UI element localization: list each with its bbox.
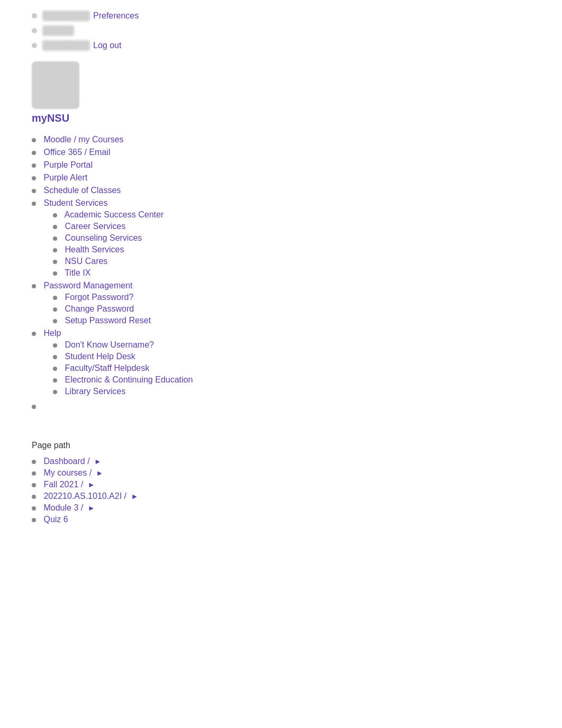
bullet-icon: [53, 367, 57, 371]
electronic-continuing-education-link[interactable]: Electronic & Continuing Education: [65, 375, 193, 384]
arrow-icon: ►: [131, 492, 138, 501]
bullet-icon: [53, 260, 57, 264]
change-password-link[interactable]: Change Password: [65, 304, 134, 313]
library-services-link[interactable]: Library Services: [65, 387, 125, 396]
sub-item-student-help-desk[interactable]: Student Help Desk: [53, 352, 530, 361]
blurred-block: [42, 25, 74, 36]
sub-item-health-services[interactable]: Health Services: [53, 245, 530, 254]
office365-link[interactable]: Office 365 / Email: [43, 148, 110, 157]
nav-item-purple-alert[interactable]: Purple Alert: [32, 173, 530, 183]
moodle-link[interactable]: Moodle / my Courses: [43, 135, 123, 144]
bullet-icon: [32, 13, 37, 19]
bullet-icon: [53, 355, 57, 359]
preferences-link[interactable]: Preferences: [93, 11, 139, 21]
bullet-icon: [32, 28, 37, 33]
purple-portal-link[interactable]: Purple Portal: [43, 160, 93, 169]
top-menu-item-spacer: [32, 25, 530, 36]
forgot-password-link[interactable]: Forgot Password?: [65, 293, 133, 302]
bullet-icon: [32, 176, 36, 180]
bullet-icon: [32, 163, 36, 168]
bullet-icon: [32, 460, 36, 464]
sub-item-faculty-staff-helpdesk[interactable]: Faculty/Staff Helpdesk: [53, 363, 530, 373]
breadcrumb-item-module3[interactable]: Module 3 / ►: [32, 503, 530, 513]
blurred-avatar2: [42, 40, 90, 51]
sub-item-forgot-password[interactable]: Forgot Password?: [53, 293, 530, 302]
bullet-icon: [53, 319, 57, 323]
schedule-of-classes-link[interactable]: Schedule of Classes: [43, 186, 121, 195]
sub-item-title-ix[interactable]: Title IX: [53, 268, 530, 278]
sub-item-counseling-services[interactable]: Counseling Services: [53, 233, 530, 243]
faculty-staff-helpdesk-link[interactable]: Faculty/Staff Helpdesk: [65, 363, 149, 372]
sub-item-academic-success[interactable]: Academic Success Center: [53, 210, 530, 220]
mynsu-title-link[interactable]: myNSU: [32, 112, 530, 124]
sub-item-change-password[interactable]: Change Password: [53, 304, 530, 314]
sub-item-setup-password-reset[interactable]: Setup Password Reset: [53, 316, 530, 325]
bullet-icon: [53, 225, 57, 229]
help-link[interactable]: Help: [43, 329, 61, 338]
my-courses-link[interactable]: My courses / ►: [43, 468, 103, 477]
password-management-link[interactable]: Password Management: [43, 281, 132, 290]
bullet-icon: [32, 284, 36, 288]
top-menu: Preferences Log out: [32, 11, 530, 51]
bullet-icon: [53, 296, 57, 300]
bullet-icon: [53, 248, 57, 252]
purple-alert-link[interactable]: Purple Alert: [43, 173, 87, 182]
breadcrumb-item-quiz6[interactable]: Quiz 6: [32, 515, 530, 524]
arrow-icon: ►: [88, 480, 95, 489]
fall-2021-link[interactable]: Fall 2021 / ►: [43, 480, 95, 489]
mynsu-logo-box: [32, 61, 79, 109]
student-services-link[interactable]: Student Services: [43, 198, 107, 207]
career-services-link[interactable]: Career Services: [65, 222, 125, 231]
sub-item-nsu-cares[interactable]: NSU Cares: [53, 257, 530, 266]
mynsu-logo-container: myNSU: [32, 61, 530, 124]
empty-bullet-item: [32, 405, 530, 409]
bullet-icon: [53, 343, 57, 348]
nav-item-moodle[interactable]: Moodle / my Courses: [32, 135, 530, 144]
nav-item-student-services[interactable]: Student Services Academic Success Center…: [32, 198, 530, 278]
top-menu-item-preferences[interactable]: Preferences: [32, 11, 530, 21]
sub-item-dont-know-username[interactable]: Don't Know Username?: [53, 340, 530, 350]
breadcrumb-item-fall-2021[interactable]: Fall 2021 / ►: [32, 480, 530, 489]
nsu-cares-link[interactable]: NSU Cares: [65, 257, 107, 266]
academic-success-link[interactable]: Academic Success Center: [65, 210, 164, 219]
dont-know-username-link[interactable]: Don't Know Username?: [65, 340, 153, 349]
nav-item-purple-portal[interactable]: Purple Portal: [32, 160, 530, 170]
logout-link[interactable]: Log out: [93, 41, 121, 50]
bullet-icon: [53, 271, 57, 276]
arrow-icon: ►: [94, 457, 102, 466]
top-menu-item-logout[interactable]: Log out: [32, 40, 530, 51]
sub-item-electronic-continuing-education[interactable]: Electronic & Continuing Education: [53, 375, 530, 385]
bullet-icon: [32, 518, 36, 522]
bullet-icon: [32, 151, 36, 155]
nav-item-schedule-of-classes[interactable]: Schedule of Classes: [32, 186, 530, 195]
counseling-services-link[interactable]: Counseling Services: [65, 233, 142, 242]
sub-item-library-services[interactable]: Library Services: [53, 387, 530, 396]
page-path-label: Page path: [32, 441, 530, 450]
bullet-icon: [32, 189, 36, 193]
dashboard-link[interactable]: Dashboard / ►: [43, 457, 101, 466]
breadcrumb-item-my-courses[interactable]: My courses / ►: [32, 468, 530, 478]
quiz6-link[interactable]: Quiz 6: [43, 515, 68, 524]
bullet-icon: [53, 378, 57, 383]
module3-link[interactable]: Module 3 / ►: [43, 503, 95, 512]
student-services-submenu: Academic Success Center Career Services …: [53, 210, 530, 278]
nav-item-help[interactable]: Help Don't Know Username? Student Help D…: [32, 329, 530, 396]
setup-password-reset-link[interactable]: Setup Password Reset: [65, 316, 151, 325]
arrow-icon: ►: [96, 469, 104, 477]
breadcrumb-item-course-code[interactable]: 202210.AS.1010.A2I / ►: [32, 492, 530, 501]
nav-item-office365[interactable]: Office 365 / Email: [32, 148, 530, 157]
breadcrumb-item-dashboard[interactable]: Dashboard / ►: [32, 457, 530, 466]
nav-item-password-management[interactable]: Password Management Forgot Password? Cha…: [32, 281, 530, 325]
bullet-icon: [32, 202, 36, 206]
bullet-icon: [32, 483, 36, 487]
blurred-avatar: [42, 11, 90, 21]
sub-item-career-services[interactable]: Career Services: [53, 222, 530, 231]
title-ix-link[interactable]: Title IX: [65, 268, 90, 277]
health-services-link[interactable]: Health Services: [65, 245, 124, 254]
bullet-icon: [53, 213, 57, 217]
student-help-desk-link[interactable]: Student Help Desk: [65, 352, 135, 361]
bullet-icon: [53, 236, 57, 241]
arrow-icon: ►: [88, 504, 95, 512]
bullet-icon: [32, 43, 37, 48]
course-code-link[interactable]: 202210.AS.1010.A2I / ►: [43, 492, 138, 501]
